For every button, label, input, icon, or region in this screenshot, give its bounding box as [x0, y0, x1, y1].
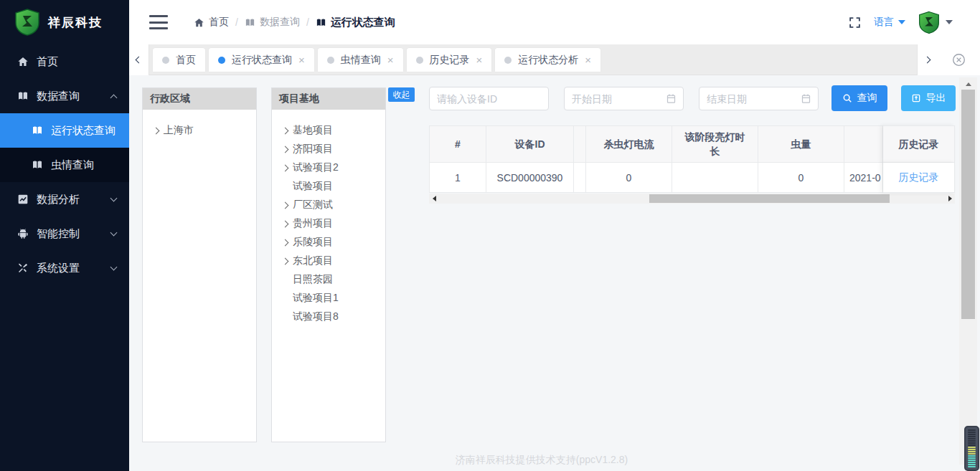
tab-run-status-query[interactable]: 运行状态查询 ×: [209, 48, 314, 72]
tree-item-project[interactable]: 东北项目: [272, 252, 385, 270]
scroll-up-arrow-icon[interactable]: [959, 79, 977, 89]
export-icon: [911, 93, 921, 103]
tab-dot-icon: [416, 57, 423, 64]
chevron-right-icon: [282, 239, 289, 246]
chart-icon: [17, 194, 29, 205]
tab-dot-icon: [504, 57, 512, 64]
close-icon[interactable]: ×: [298, 54, 305, 65]
sidebar-item-system-settings[interactable]: 系统设置: [0, 251, 129, 285]
sidebar: 祥辰科技 首页 数据查询 运行状态查询 虫情查询 数据分析 智能控制 系统设置: [0, 0, 129, 471]
tab-run-status-analysis[interactable]: 运行状态分析 ×: [495, 48, 600, 72]
device-id-input[interactable]: [429, 87, 549, 110]
chevron-down-icon: [110, 195, 118, 202]
cell-device-id: SCD00000390: [486, 163, 574, 193]
chevron-right-icon: [153, 127, 160, 134]
chevron-right-icon: [282, 127, 289, 134]
sidebar-item-home[interactable]: 首页: [0, 44, 129, 79]
tab-home[interactable]: 首页: [153, 48, 205, 72]
sidebar-item-run-status-query[interactable]: 运行状态查询: [0, 113, 129, 148]
search-icon: [842, 93, 852, 103]
chevron-down-icon: [110, 264, 118, 271]
region-tree: 上海市: [143, 110, 256, 151]
cell-lamp-current: 0: [586, 163, 672, 193]
robot-icon: [17, 228, 29, 239]
vertical-scrollbar-thumb[interactable]: [961, 90, 975, 319]
column-header-history: 历史记录: [883, 125, 955, 163]
chevron-right-icon: [282, 220, 289, 227]
sidebar-item-data-query[interactable]: 数据查询: [0, 79, 129, 113]
breadcrumb-data-query[interactable]: 数据查询: [245, 16, 300, 29]
brand-shield-logo-icon: [14, 9, 40, 36]
tree-item-project[interactable]: 济阳项目: [272, 140, 385, 158]
tabs-scroll-right-button[interactable]: [917, 44, 937, 75]
home-icon: [194, 17, 204, 28]
cell-insect-count: 0: [758, 163, 844, 193]
tree-item-project[interactable]: 基地项目: [272, 121, 385, 140]
hamburger-menu-icon[interactable]: [149, 15, 168, 29]
book-icon: [316, 17, 326, 28]
sidebar-item-label: 运行状态查询: [51, 124, 116, 138]
breadcrumb: 首页 / 数据查询 / 运行状态查询: [194, 16, 395, 29]
cell-index: 1: [429, 163, 486, 193]
sidebar-item-label: 数据查询: [37, 90, 80, 103]
export-button[interactable]: 导出: [901, 85, 956, 111]
sidebar-item-label: 首页: [37, 55, 58, 69]
tab-bar: 首页 运行状态查询 × 虫情查询 × 历史记录 × 运行状态分析 ×: [129, 44, 980, 75]
minimap-widget: [964, 426, 979, 471]
query-button[interactable]: 查询: [831, 85, 887, 111]
book-icon: [17, 90, 29, 102]
close-icon[interactable]: ×: [476, 54, 483, 65]
horizontal-scrollbar-thumb[interactable]: [649, 194, 890, 203]
tree-item-project[interactable]: 贵州项目: [272, 214, 385, 233]
column-header-date-partial: [844, 125, 883, 163]
project-panel-title: 项目基地: [272, 88, 385, 110]
project-tree: 基地项目 济阳项目 试验项目2 试验项目 厂区测试 贵州项目: [272, 110, 385, 338]
sidebar-item-insect-query[interactable]: 虫情查询: [0, 148, 129, 182]
close-icon[interactable]: ×: [387, 54, 394, 65]
tab-insect-query[interactable]: 虫情查询 ×: [318, 48, 403, 72]
tree-item-project[interactable]: 试验项目: [272, 177, 385, 196]
cell-light-duration: [672, 163, 758, 193]
chevron-right-icon: [282, 257, 289, 265]
tabs-scroll-left-button[interactable]: [129, 44, 149, 75]
tree-item-shanghai[interactable]: 上海市: [143, 121, 256, 140]
vertical-scrollbar[interactable]: [959, 77, 977, 465]
table-row: 1 SCD00000390 0 0 2021-0 历史记录: [429, 163, 955, 193]
column-header-partial: [574, 125, 586, 163]
chevron-right-icon: [282, 164, 289, 171]
language-selector[interactable]: 语言: [874, 16, 905, 29]
tab-history[interactable]: 历史记录 ×: [407, 48, 492, 72]
sidebar-item-smart-control[interactable]: 智能控制: [0, 217, 129, 251]
sidebar-item-label: 系统设置: [37, 262, 80, 275]
collapse-panels-button[interactable]: 收起: [388, 87, 415, 102]
caret-down-icon: [946, 20, 953, 24]
close-all-tabs-button[interactable]: [937, 44, 980, 75]
sidebar-item-label: 智能控制: [37, 227, 80, 241]
start-date-input[interactable]: [564, 87, 684, 110]
sidebar-submenu-data-query: 运行状态查询 虫情查询: [0, 113, 129, 182]
scroll-left-arrow-icon[interactable]: [429, 194, 439, 204]
avatar: [918, 11, 940, 34]
main-content: 行政区域 上海市 项目基地 基地项目 济阳项目 试验项目2: [129, 75, 980, 471]
end-date-input[interactable]: [699, 87, 819, 110]
tree-item-project[interactable]: 试验项目1: [272, 289, 385, 308]
fullscreen-icon[interactable]: [849, 16, 861, 29]
chevron-right-icon: [924, 57, 931, 64]
column-header-lamp-current: 杀虫灯电流: [586, 125, 672, 163]
breadcrumb-home[interactable]: 首页: [194, 16, 229, 29]
tree-item-project[interactable]: 试验项目2: [272, 158, 385, 177]
sidebar-item-data-analysis[interactable]: 数据分析: [0, 182, 129, 217]
cell-history: 历史记录: [883, 163, 955, 193]
user-avatar-menu[interactable]: [918, 11, 953, 34]
tree-item-project[interactable]: 日照茶园: [272, 270, 385, 289]
breadcrumb-separator: /: [235, 16, 238, 28]
tree-item-project[interactable]: 乐陵项目: [272, 233, 385, 252]
tree-item-project[interactable]: 厂区测试: [272, 196, 385, 214]
scroll-right-arrow-icon[interactable]: [945, 194, 955, 204]
table-horizontal-scrollbar[interactable]: [429, 194, 955, 204]
brand-title: 祥辰科技: [48, 14, 103, 31]
tree-item-project[interactable]: 试验项目8: [272, 308, 385, 326]
close-icon[interactable]: ×: [585, 54, 591, 65]
history-record-link[interactable]: 历史记录: [899, 171, 939, 184]
caret-down-icon: [898, 20, 905, 24]
